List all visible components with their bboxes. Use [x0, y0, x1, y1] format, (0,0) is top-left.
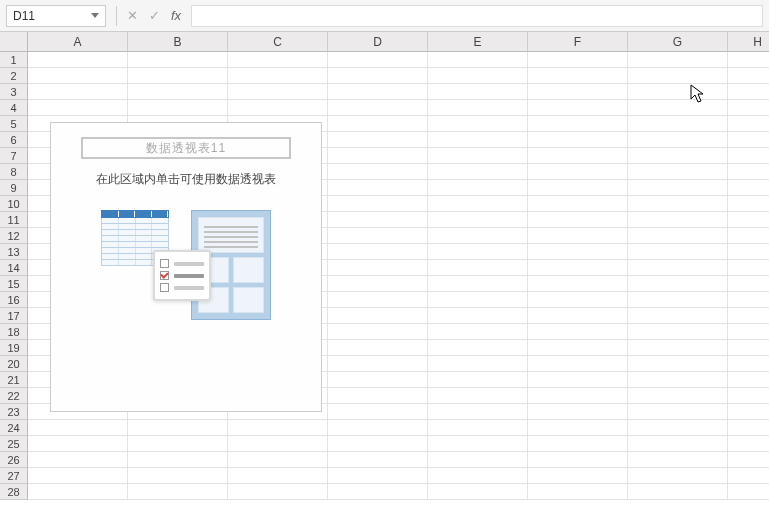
- cell[interactable]: [728, 420, 769, 436]
- cell[interactable]: [728, 180, 769, 196]
- cell[interactable]: [328, 52, 428, 68]
- cell[interactable]: [728, 132, 769, 148]
- cell[interactable]: [528, 276, 628, 292]
- cell[interactable]: [528, 388, 628, 404]
- row-header[interactable]: 11: [0, 212, 28, 228]
- cell[interactable]: [628, 340, 728, 356]
- cell[interactable]: [328, 372, 428, 388]
- cell[interactable]: [728, 436, 769, 452]
- cell[interactable]: [28, 52, 128, 68]
- cell[interactable]: [628, 420, 728, 436]
- cell[interactable]: [328, 420, 428, 436]
- cell[interactable]: [528, 452, 628, 468]
- cell[interactable]: [228, 468, 328, 484]
- cell[interactable]: [628, 148, 728, 164]
- cell[interactable]: [28, 452, 128, 468]
- formula-input[interactable]: [191, 5, 763, 27]
- cell[interactable]: [628, 132, 728, 148]
- cell[interactable]: [728, 468, 769, 484]
- cell[interactable]: [528, 84, 628, 100]
- cell[interactable]: [728, 340, 769, 356]
- cell[interactable]: [628, 404, 728, 420]
- cell[interactable]: [328, 276, 428, 292]
- column-header[interactable]: E: [428, 32, 528, 52]
- cell[interactable]: [428, 292, 528, 308]
- cell[interactable]: [228, 84, 328, 100]
- cell[interactable]: [328, 292, 428, 308]
- cell[interactable]: [628, 292, 728, 308]
- cell[interactable]: [328, 84, 428, 100]
- cell[interactable]: [128, 84, 228, 100]
- cell[interactable]: [728, 484, 769, 500]
- cell[interactable]: [728, 100, 769, 116]
- cell[interactable]: [728, 372, 769, 388]
- cell[interactable]: [728, 356, 769, 372]
- cell[interactable]: [128, 484, 228, 500]
- cell[interactable]: [228, 52, 328, 68]
- row-header[interactable]: 23: [0, 404, 28, 420]
- cell[interactable]: [228, 484, 328, 500]
- cell[interactable]: [628, 452, 728, 468]
- row-header[interactable]: 7: [0, 148, 28, 164]
- column-header[interactable]: D: [328, 32, 428, 52]
- cell[interactable]: [528, 372, 628, 388]
- cancel-button[interactable]: ✕: [121, 5, 143, 27]
- cell[interactable]: [128, 68, 228, 84]
- cell[interactable]: [728, 388, 769, 404]
- column-header[interactable]: G: [628, 32, 728, 52]
- cell[interactable]: [528, 228, 628, 244]
- cell[interactable]: [728, 404, 769, 420]
- cell[interactable]: [128, 436, 228, 452]
- cell[interactable]: [328, 180, 428, 196]
- cell[interactable]: [328, 244, 428, 260]
- cell[interactable]: [328, 68, 428, 84]
- cell[interactable]: [28, 84, 128, 100]
- cell[interactable]: [428, 228, 528, 244]
- cell[interactable]: [628, 356, 728, 372]
- row-header[interactable]: 17: [0, 308, 28, 324]
- cell[interactable]: [528, 68, 628, 84]
- row-header[interactable]: 24: [0, 420, 28, 436]
- cell[interactable]: [528, 212, 628, 228]
- cell[interactable]: [728, 452, 769, 468]
- cell[interactable]: [428, 468, 528, 484]
- row-header[interactable]: 6: [0, 132, 28, 148]
- cell[interactable]: [428, 340, 528, 356]
- cell[interactable]: [528, 148, 628, 164]
- cell[interactable]: [428, 244, 528, 260]
- column-header[interactable]: C: [228, 32, 328, 52]
- cell[interactable]: [28, 484, 128, 500]
- row-header[interactable]: 28: [0, 484, 28, 500]
- cell[interactable]: [528, 436, 628, 452]
- cell[interactable]: [28, 68, 128, 84]
- row-header[interactable]: 14: [0, 260, 28, 276]
- cell[interactable]: [328, 436, 428, 452]
- cell[interactable]: [628, 228, 728, 244]
- cell[interactable]: [28, 420, 128, 436]
- row-header[interactable]: 27: [0, 468, 28, 484]
- cell[interactable]: [228, 100, 328, 116]
- row-header[interactable]: 26: [0, 452, 28, 468]
- cell[interactable]: [228, 436, 328, 452]
- spreadsheet-grid[interactable]: ABCDEFGH 1234567891011121314151617181920…: [0, 32, 769, 508]
- column-header[interactable]: H: [728, 32, 769, 52]
- cell[interactable]: [528, 100, 628, 116]
- select-all-corner[interactable]: [0, 32, 28, 52]
- cell[interactable]: [328, 228, 428, 244]
- row-header[interactable]: 8: [0, 164, 28, 180]
- row-header[interactable]: 19: [0, 340, 28, 356]
- cell[interactable]: [528, 292, 628, 308]
- cell[interactable]: [428, 404, 528, 420]
- cell[interactable]: [228, 420, 328, 436]
- cell[interactable]: [628, 260, 728, 276]
- cell[interactable]: [528, 340, 628, 356]
- cell[interactable]: [128, 420, 228, 436]
- cell[interactable]: [428, 116, 528, 132]
- fx-button[interactable]: fx: [165, 5, 187, 27]
- row-header[interactable]: 18: [0, 324, 28, 340]
- cell[interactable]: [428, 212, 528, 228]
- cell[interactable]: [328, 196, 428, 212]
- cell[interactable]: [328, 308, 428, 324]
- cell[interactable]: [728, 52, 769, 68]
- row-header[interactable]: 4: [0, 100, 28, 116]
